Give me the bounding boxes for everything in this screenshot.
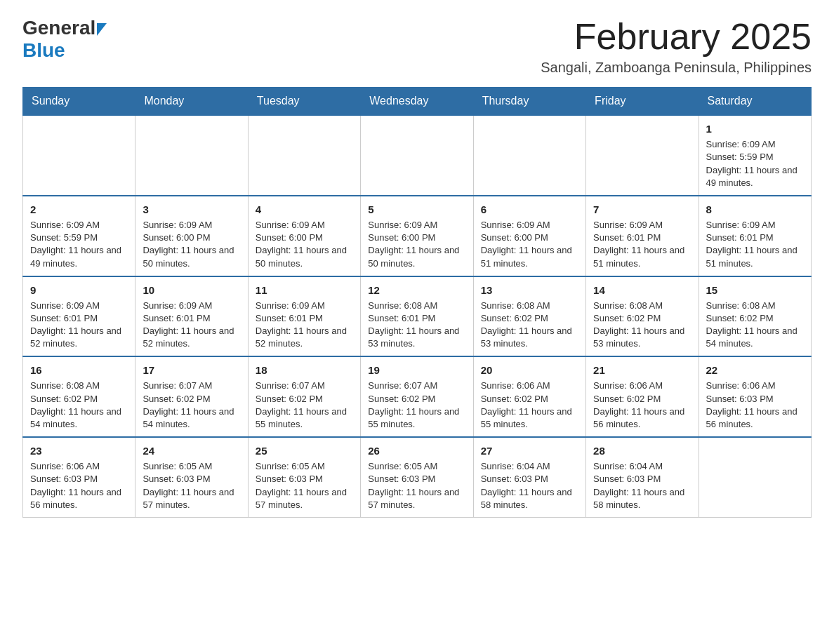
table-row: 28Sunrise: 6:04 AMSunset: 6:03 PMDayligh…: [586, 437, 699, 517]
day-number: 10: [143, 283, 240, 297]
table-row: 21Sunrise: 6:06 AMSunset: 6:02 PMDayligh…: [586, 356, 699, 437]
header-thursday: Thursday: [473, 88, 585, 116]
day-info: Sunrise: 6:05 AMSunset: 6:03 PMDaylight:…: [143, 460, 240, 511]
day-info: Sunrise: 6:04 AMSunset: 6:03 PMDaylight:…: [593, 460, 691, 511]
table-row: 12Sunrise: 6:08 AMSunset: 6:01 PMDayligh…: [361, 276, 473, 357]
table-row: 1Sunrise: 6:09 AMSunset: 5:59 PMDaylight…: [699, 115, 811, 196]
logo-arrow-icon: [97, 23, 107, 36]
day-info: Sunrise: 6:09 AMSunset: 5:59 PMDaylight:…: [30, 219, 128, 270]
table-row: [586, 115, 699, 196]
day-info: Sunrise: 6:09 AMSunset: 6:01 PMDaylight:…: [256, 300, 353, 351]
day-number: 13: [481, 283, 578, 297]
day-info: Sunrise: 6:08 AMSunset: 6:01 PMDaylight:…: [368, 300, 465, 351]
table-row: 19Sunrise: 6:07 AMSunset: 6:02 PMDayligh…: [361, 356, 473, 437]
table-row: 25Sunrise: 6:05 AMSunset: 6:03 PMDayligh…: [248, 437, 360, 517]
table-row: 20Sunrise: 6:06 AMSunset: 6:02 PMDayligh…: [473, 356, 585, 437]
day-number: 12: [368, 283, 465, 297]
table-row: [23, 115, 135, 196]
logo-blue-text: Blue: [22, 39, 65, 61]
day-number: 4: [256, 202, 353, 217]
day-info: Sunrise: 6:09 AMSunset: 6:00 PMDaylight:…: [368, 219, 465, 270]
day-number: 6: [481, 202, 578, 217]
day-info: Sunrise: 6:05 AMSunset: 6:03 PMDaylight:…: [368, 460, 465, 511]
day-info: Sunrise: 6:07 AMSunset: 6:02 PMDaylight:…: [256, 380, 353, 431]
days-of-week-row: Sunday Monday Tuesday Wednesday Thursday…: [23, 88, 812, 116]
day-number: 1: [706, 121, 804, 136]
day-info: Sunrise: 6:07 AMSunset: 6:02 PMDaylight:…: [143, 380, 240, 431]
day-info: Sunrise: 6:09 AMSunset: 6:00 PMDaylight:…: [256, 219, 353, 270]
day-number: 8: [706, 202, 804, 217]
title-area: February 2025 Sangali, Zamboanga Peninsu…: [541, 17, 812, 76]
table-row: 2Sunrise: 6:09 AMSunset: 5:59 PMDaylight…: [23, 196, 135, 276]
table-row: 7Sunrise: 6:09 AMSunset: 6:01 PMDaylight…: [586, 196, 699, 276]
logo-general-text: General: [22, 17, 95, 39]
table-row: [699, 437, 811, 517]
calendar-week-row: 16Sunrise: 6:08 AMSunset: 6:02 PMDayligh…: [23, 356, 812, 437]
location-subtitle: Sangali, Zamboanga Peninsula, Philippine…: [541, 60, 812, 76]
header-sunday: Sunday: [23, 88, 135, 116]
day-info: Sunrise: 6:08 AMSunset: 6:02 PMDaylight:…: [706, 300, 804, 351]
day-info: Sunrise: 6:09 AMSunset: 6:01 PMDaylight:…: [143, 300, 240, 351]
header-area: General Blue February 2025 Sangali, Zamb…: [22, 17, 812, 76]
table-row: [361, 115, 473, 196]
day-info: Sunrise: 6:09 AMSunset: 6:01 PMDaylight:…: [593, 219, 691, 270]
day-number: 27: [481, 443, 578, 458]
day-number: 28: [593, 443, 691, 458]
day-info: Sunrise: 6:06 AMSunset: 6:03 PMDaylight:…: [706, 380, 804, 431]
day-number: 15: [706, 283, 804, 297]
calendar-week-row: 2Sunrise: 6:09 AMSunset: 5:59 PMDaylight…: [23, 196, 812, 276]
table-row: 15Sunrise: 6:08 AMSunset: 6:02 PMDayligh…: [699, 276, 811, 357]
day-number: 5: [368, 202, 465, 217]
header-friday: Friday: [586, 88, 699, 116]
day-number: 11: [256, 283, 353, 297]
day-info: Sunrise: 6:05 AMSunset: 6:03 PMDaylight:…: [256, 460, 353, 511]
calendar-week-row: 23Sunrise: 6:06 AMSunset: 6:03 PMDayligh…: [23, 437, 812, 517]
day-number: 21: [593, 363, 691, 377]
day-info: Sunrise: 6:09 AMSunset: 6:01 PMDaylight:…: [30, 300, 128, 351]
day-info: Sunrise: 6:09 AMSunset: 6:00 PMDaylight:…: [143, 219, 240, 270]
calendar-table: Sunday Monday Tuesday Wednesday Thursday…: [22, 87, 812, 518]
day-number: 25: [256, 443, 353, 458]
header-saturday: Saturday: [699, 88, 811, 116]
day-number: 23: [30, 443, 128, 458]
table-row: 13Sunrise: 6:08 AMSunset: 6:02 PMDayligh…: [473, 276, 585, 357]
table-row: 23Sunrise: 6:06 AMSunset: 6:03 PMDayligh…: [23, 437, 135, 517]
table-row: 18Sunrise: 6:07 AMSunset: 6:02 PMDayligh…: [248, 356, 360, 437]
table-row: 4Sunrise: 6:09 AMSunset: 6:00 PMDaylight…: [248, 196, 360, 276]
day-info: Sunrise: 6:06 AMSunset: 6:02 PMDaylight:…: [593, 380, 691, 431]
table-row: 14Sunrise: 6:08 AMSunset: 6:02 PMDayligh…: [586, 276, 699, 357]
table-row: 6Sunrise: 6:09 AMSunset: 6:00 PMDaylight…: [473, 196, 585, 276]
header-wednesday: Wednesday: [361, 88, 473, 116]
day-info: Sunrise: 6:09 AMSunset: 6:00 PMDaylight:…: [481, 219, 578, 270]
day-info: Sunrise: 6:06 AMSunset: 6:02 PMDaylight:…: [481, 380, 578, 431]
day-number: 3: [143, 202, 240, 217]
day-number: 14: [593, 283, 691, 297]
table-row: 9Sunrise: 6:09 AMSunset: 6:01 PMDaylight…: [23, 276, 135, 357]
table-row: [135, 115, 248, 196]
day-number: 24: [143, 443, 240, 458]
day-number: 19: [368, 363, 465, 377]
header-tuesday: Tuesday: [248, 88, 360, 116]
day-info: Sunrise: 6:08 AMSunset: 6:02 PMDaylight:…: [593, 300, 691, 351]
table-row: 27Sunrise: 6:04 AMSunset: 6:03 PMDayligh…: [473, 437, 585, 517]
table-row: 11Sunrise: 6:09 AMSunset: 6:01 PMDayligh…: [248, 276, 360, 357]
day-info: Sunrise: 6:08 AMSunset: 6:02 PMDaylight:…: [481, 300, 578, 351]
day-info: Sunrise: 6:07 AMSunset: 6:02 PMDaylight:…: [368, 380, 465, 431]
table-row: 8Sunrise: 6:09 AMSunset: 6:01 PMDaylight…: [699, 196, 811, 276]
day-number: 17: [143, 363, 240, 377]
day-number: 22: [706, 363, 804, 377]
day-number: 18: [256, 363, 353, 377]
month-year-title: February 2025: [541, 17, 812, 57]
day-number: 26: [368, 443, 465, 458]
day-number: 20: [481, 363, 578, 377]
day-number: 9: [30, 283, 128, 297]
table-row: [248, 115, 360, 196]
day-info: Sunrise: 6:04 AMSunset: 6:03 PMDaylight:…: [481, 460, 578, 511]
day-info: Sunrise: 6:09 AMSunset: 6:01 PMDaylight:…: [706, 219, 804, 270]
table-row: 22Sunrise: 6:06 AMSunset: 6:03 PMDayligh…: [699, 356, 811, 437]
header-monday: Monday: [135, 88, 248, 116]
day-info: Sunrise: 6:08 AMSunset: 6:02 PMDaylight:…: [30, 380, 128, 431]
table-row: 17Sunrise: 6:07 AMSunset: 6:02 PMDayligh…: [135, 356, 248, 437]
table-row: 24Sunrise: 6:05 AMSunset: 6:03 PMDayligh…: [135, 437, 248, 517]
table-row: 5Sunrise: 6:09 AMSunset: 6:00 PMDaylight…: [361, 196, 473, 276]
